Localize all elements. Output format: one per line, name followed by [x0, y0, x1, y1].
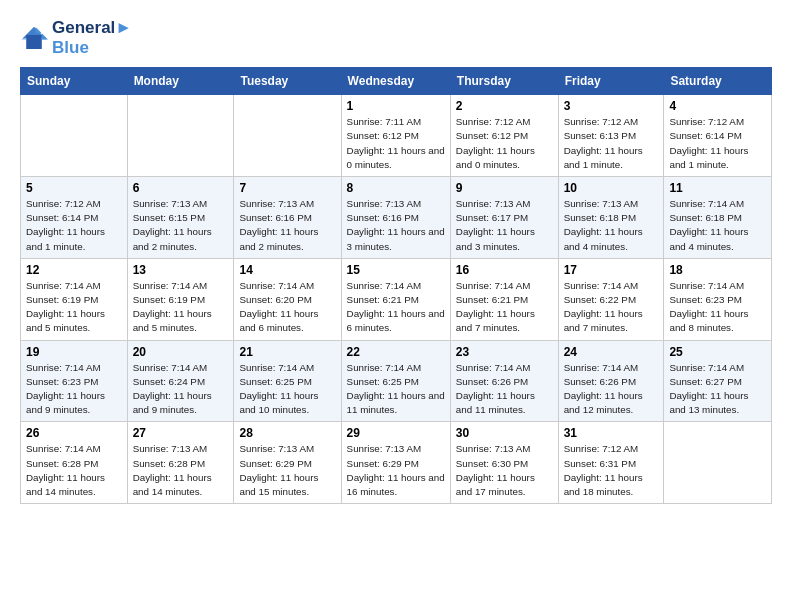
header: General► Blue: [20, 18, 772, 57]
weekday-header-tuesday: Tuesday: [234, 68, 341, 95]
calendar-cell: 25Sunrise: 7:14 AMSunset: 6:27 PMDayligh…: [664, 340, 772, 422]
calendar-cell: 21Sunrise: 7:14 AMSunset: 6:25 PMDayligh…: [234, 340, 341, 422]
calendar-cell: 3Sunrise: 7:12 AMSunset: 6:13 PMDaylight…: [558, 95, 664, 177]
day-number: 18: [669, 263, 766, 277]
day-info: Sunrise: 7:13 AMSunset: 6:18 PMDaylight:…: [564, 197, 659, 254]
calendar-cell: 31Sunrise: 7:12 AMSunset: 6:31 PMDayligh…: [558, 422, 664, 504]
calendar-cell: 5Sunrise: 7:12 AMSunset: 6:14 PMDaylight…: [21, 176, 128, 258]
day-info: Sunrise: 7:13 AMSunset: 6:29 PMDaylight:…: [239, 442, 335, 499]
calendar-cell: [21, 95, 128, 177]
day-info: Sunrise: 7:14 AMSunset: 6:26 PMDaylight:…: [456, 361, 553, 418]
day-number: 1: [347, 99, 445, 113]
day-number: 13: [133, 263, 229, 277]
week-row-4: 19Sunrise: 7:14 AMSunset: 6:23 PMDayligh…: [21, 340, 772, 422]
calendar-cell: 6Sunrise: 7:13 AMSunset: 6:15 PMDaylight…: [127, 176, 234, 258]
day-info: Sunrise: 7:13 AMSunset: 6:28 PMDaylight:…: [133, 442, 229, 499]
weekday-header-wednesday: Wednesday: [341, 68, 450, 95]
calendar-cell: 4Sunrise: 7:12 AMSunset: 6:14 PMDaylight…: [664, 95, 772, 177]
day-number: 11: [669, 181, 766, 195]
day-number: 27: [133, 426, 229, 440]
day-number: 20: [133, 345, 229, 359]
day-number: 6: [133, 181, 229, 195]
day-info: Sunrise: 7:13 AMSunset: 6:30 PMDaylight:…: [456, 442, 553, 499]
day-number: 26: [26, 426, 122, 440]
calendar-cell: 14Sunrise: 7:14 AMSunset: 6:20 PMDayligh…: [234, 258, 341, 340]
day-info: Sunrise: 7:14 AMSunset: 6:21 PMDaylight:…: [456, 279, 553, 336]
calendar-cell: 16Sunrise: 7:14 AMSunset: 6:21 PMDayligh…: [450, 258, 558, 340]
day-number: 3: [564, 99, 659, 113]
weekday-header-thursday: Thursday: [450, 68, 558, 95]
calendar-cell: 29Sunrise: 7:13 AMSunset: 6:29 PMDayligh…: [341, 422, 450, 504]
logo: General► Blue: [20, 18, 132, 57]
day-info: Sunrise: 7:12 AMSunset: 6:31 PMDaylight:…: [564, 442, 659, 499]
weekday-header-monday: Monday: [127, 68, 234, 95]
logo-text: General► Blue: [52, 18, 132, 57]
calendar-cell: 26Sunrise: 7:14 AMSunset: 6:28 PMDayligh…: [21, 422, 128, 504]
calendar-cell: 8Sunrise: 7:13 AMSunset: 6:16 PMDaylight…: [341, 176, 450, 258]
day-number: 8: [347, 181, 445, 195]
day-info: Sunrise: 7:14 AMSunset: 6:22 PMDaylight:…: [564, 279, 659, 336]
calendar-cell: 15Sunrise: 7:14 AMSunset: 6:21 PMDayligh…: [341, 258, 450, 340]
calendar-cell: 28Sunrise: 7:13 AMSunset: 6:29 PMDayligh…: [234, 422, 341, 504]
weekday-header-friday: Friday: [558, 68, 664, 95]
day-info: Sunrise: 7:12 AMSunset: 6:14 PMDaylight:…: [669, 115, 766, 172]
calendar-cell: 12Sunrise: 7:14 AMSunset: 6:19 PMDayligh…: [21, 258, 128, 340]
day-info: Sunrise: 7:14 AMSunset: 6:25 PMDaylight:…: [239, 361, 335, 418]
day-number: 17: [564, 263, 659, 277]
day-number: 5: [26, 181, 122, 195]
weekday-header-row: SundayMondayTuesdayWednesdayThursdayFrid…: [21, 68, 772, 95]
weekday-header-saturday: Saturday: [664, 68, 772, 95]
day-info: Sunrise: 7:12 AMSunset: 6:13 PMDaylight:…: [564, 115, 659, 172]
calendar-cell: 27Sunrise: 7:13 AMSunset: 6:28 PMDayligh…: [127, 422, 234, 504]
page: General► Blue SundayMondayTuesdayWednesd…: [0, 0, 792, 522]
calendar-cell: 9Sunrise: 7:13 AMSunset: 6:17 PMDaylight…: [450, 176, 558, 258]
day-info: Sunrise: 7:13 AMSunset: 6:15 PMDaylight:…: [133, 197, 229, 254]
day-info: Sunrise: 7:14 AMSunset: 6:19 PMDaylight:…: [26, 279, 122, 336]
weekday-header-sunday: Sunday: [21, 68, 128, 95]
calendar-cell: 23Sunrise: 7:14 AMSunset: 6:26 PMDayligh…: [450, 340, 558, 422]
day-info: Sunrise: 7:14 AMSunset: 6:19 PMDaylight:…: [133, 279, 229, 336]
day-info: Sunrise: 7:12 AMSunset: 6:12 PMDaylight:…: [456, 115, 553, 172]
calendar-cell: 20Sunrise: 7:14 AMSunset: 6:24 PMDayligh…: [127, 340, 234, 422]
day-number: 22: [347, 345, 445, 359]
day-info: Sunrise: 7:14 AMSunset: 6:23 PMDaylight:…: [669, 279, 766, 336]
day-info: Sunrise: 7:14 AMSunset: 6:21 PMDaylight:…: [347, 279, 445, 336]
week-row-3: 12Sunrise: 7:14 AMSunset: 6:19 PMDayligh…: [21, 258, 772, 340]
day-info: Sunrise: 7:14 AMSunset: 6:25 PMDaylight:…: [347, 361, 445, 418]
day-number: 24: [564, 345, 659, 359]
day-number: 14: [239, 263, 335, 277]
day-info: Sunrise: 7:11 AMSunset: 6:12 PMDaylight:…: [347, 115, 445, 172]
calendar-cell: 7Sunrise: 7:13 AMSunset: 6:16 PMDaylight…: [234, 176, 341, 258]
day-info: Sunrise: 7:14 AMSunset: 6:26 PMDaylight:…: [564, 361, 659, 418]
day-number: 28: [239, 426, 335, 440]
day-info: Sunrise: 7:14 AMSunset: 6:27 PMDaylight:…: [669, 361, 766, 418]
day-number: 31: [564, 426, 659, 440]
day-number: 10: [564, 181, 659, 195]
calendar-cell: [127, 95, 234, 177]
day-number: 23: [456, 345, 553, 359]
calendar-cell: 18Sunrise: 7:14 AMSunset: 6:23 PMDayligh…: [664, 258, 772, 340]
day-number: 4: [669, 99, 766, 113]
day-number: 7: [239, 181, 335, 195]
calendar-cell: 11Sunrise: 7:14 AMSunset: 6:18 PMDayligh…: [664, 176, 772, 258]
day-number: 30: [456, 426, 553, 440]
calendar-cell: [234, 95, 341, 177]
day-number: 29: [347, 426, 445, 440]
day-number: 9: [456, 181, 553, 195]
day-number: 25: [669, 345, 766, 359]
calendar-cell: 2Sunrise: 7:12 AMSunset: 6:12 PMDaylight…: [450, 95, 558, 177]
logo-icon: [20, 24, 48, 52]
calendar-cell: 17Sunrise: 7:14 AMSunset: 6:22 PMDayligh…: [558, 258, 664, 340]
day-number: 16: [456, 263, 553, 277]
day-info: Sunrise: 7:12 AMSunset: 6:14 PMDaylight:…: [26, 197, 122, 254]
day-number: 15: [347, 263, 445, 277]
day-number: 12: [26, 263, 122, 277]
calendar-cell: 24Sunrise: 7:14 AMSunset: 6:26 PMDayligh…: [558, 340, 664, 422]
calendar-cell: 22Sunrise: 7:14 AMSunset: 6:25 PMDayligh…: [341, 340, 450, 422]
day-info: Sunrise: 7:14 AMSunset: 6:20 PMDaylight:…: [239, 279, 335, 336]
week-row-2: 5Sunrise: 7:12 AMSunset: 6:14 PMDaylight…: [21, 176, 772, 258]
day-info: Sunrise: 7:14 AMSunset: 6:18 PMDaylight:…: [669, 197, 766, 254]
day-info: Sunrise: 7:13 AMSunset: 6:16 PMDaylight:…: [347, 197, 445, 254]
calendar-table: SundayMondayTuesdayWednesdayThursdayFrid…: [20, 67, 772, 504]
calendar-cell: 13Sunrise: 7:14 AMSunset: 6:19 PMDayligh…: [127, 258, 234, 340]
